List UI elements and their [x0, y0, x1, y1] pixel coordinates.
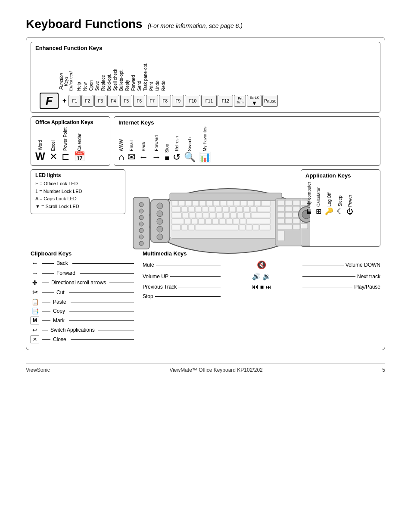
internet-icon-favorites: 📊 — [199, 152, 211, 162]
label-replace: Replace — [101, 53, 106, 91]
page-title: Keyboard Functions — [26, 17, 143, 31]
clipboard-item-directional: ✤ Directional scroll arrows — [31, 279, 134, 286]
mm-voldown-row: Volume DOWN — [302, 262, 380, 268]
svg-rect-52 — [247, 219, 270, 224]
led-keyboard-row: LED lights F = Office Lock LED 1 = Numbe… — [31, 169, 380, 247]
svg-rect-14 — [248, 201, 254, 206]
clipboard-label-close: Close — [53, 336, 66, 342]
clipboard-label-copy: Copy — [53, 308, 65, 314]
svg-rect-64 — [293, 200, 300, 205]
label-redo: Redo — [161, 53, 166, 91]
office-item-powerpoint: Power Point ⊏ — [62, 128, 69, 162]
internet-item-favorites: My Favorites 📊 — [199, 127, 211, 162]
app-item-logoff: Log Off 🔑 — [325, 193, 333, 215]
office-application-keys-box: Office Application Keys Word W Excel ✕ P… — [31, 116, 110, 166]
label-new: New — [83, 53, 87, 91]
clipboard-item-paste: 📋 Paste — [31, 299, 134, 305]
internet-label-search: Search — [187, 137, 192, 151]
clipboard-label-forward: Forward — [56, 270, 75, 276]
svg-rect-38 — [230, 213, 237, 218]
title-row: Keyboard Functions (For more information… — [26, 17, 385, 31]
label-bullets-opt: Bullets-opt. — [119, 53, 124, 91]
svg-rect-39 — [237, 213, 243, 218]
mm-mute-row: Mute — [143, 262, 221, 268]
svg-rect-57 — [239, 225, 245, 230]
internet-icon-email: ✉ — [128, 152, 135, 162]
svg-rect-63 — [285, 200, 292, 205]
mm-label-playpause: Play/Pause — [354, 284, 380, 290]
internet-label-favorites: My Favorites — [202, 127, 207, 151]
label-forward: Forward — [131, 53, 136, 91]
svg-rect-32 — [189, 213, 195, 218]
office-icon-excel: ✕ — [50, 152, 57, 162]
label-open: Open — [89, 53, 93, 91]
svg-rect-70 — [277, 212, 284, 218]
mm-nexttrack-row: Next track — [302, 274, 380, 280]
internet-icon-stop: ■ — [165, 154, 169, 162]
internet-label-back: Back — [141, 142, 146, 151]
internet-icon-refresh: ↺ — [173, 152, 181, 162]
svg-rect-35 — [210, 213, 216, 218]
svg-rect-27 — [243, 207, 249, 212]
svg-point-90 — [139, 202, 143, 207]
label-bold-opt: Bold-opt. — [107, 53, 112, 91]
mute-icon: 🔇 — [257, 261, 266, 269]
svg-rect-40 — [244, 213, 250, 218]
app-icon-logoff: 🔑 — [325, 208, 333, 215]
internet-item-forward: Forward → — [152, 135, 161, 162]
svg-rect-53 — [172, 225, 181, 230]
clipboard-icon-forward: → — [31, 269, 39, 277]
label-print: Print — [149, 53, 154, 91]
clipboard-item-cut: ✂ Cut — [31, 288, 134, 296]
svg-rect-15 — [255, 201, 261, 206]
svg-rect-67 — [285, 206, 292, 212]
svg-rect-71 — [285, 212, 292, 218]
clipboard-icon-mark: M — [31, 317, 39, 324]
clipboard-icon-back: ← — [31, 259, 39, 267]
led-item-3: A = Caps Lock LED — [35, 195, 121, 203]
svg-rect-45 — [199, 219, 205, 224]
svg-rect-19 — [188, 207, 194, 212]
app-label-power: Power — [348, 195, 352, 207]
led-lights-box: LED lights F = Office Lock LED 1 = Numbe… — [31, 169, 125, 214]
svg-rect-37 — [224, 213, 230, 218]
page-container: Keyboard Functions (For more information… — [0, 0, 411, 532]
app-item-sleep: Sleep ☾ — [337, 196, 343, 215]
app-label-sleep: Sleep — [338, 196, 342, 207]
svg-rect-13 — [241, 201, 247, 206]
internet-title: Internet Keys — [118, 119, 376, 126]
svg-rect-41 — [251, 213, 270, 218]
diagram-area: Enhanced Function Keys FunctionKeysEnhan… — [26, 37, 385, 350]
led-item-4: ▼ = Scroll Lock LED — [35, 203, 121, 211]
svg-rect-33 — [196, 213, 202, 218]
footer-brand: ViewSonic — [26, 367, 50, 373]
app-icon-row: My computer 🖥 Calculator ⊞ Log Off 🔑 Sle… — [305, 180, 376, 215]
volume-up-icon: 🔊 — [252, 273, 261, 280]
clipboard-icon-switch: ↩ — [31, 327, 39, 333]
svg-rect-47 — [212, 219, 218, 224]
app-label-calculator: Calculator — [316, 187, 321, 207]
multimedia-grid: Mute 🔇 Volume DOWN Volume UP — [143, 260, 380, 299]
svg-rect-46 — [206, 219, 212, 224]
clipboard-label-back: Back — [56, 260, 68, 266]
internet-item-stop: Stop ■ — [165, 144, 169, 162]
middle-row: Office Application Keys Word W Excel ✕ P… — [31, 116, 380, 166]
clipboard-item-back: ← Back — [31, 259, 134, 267]
mm-stop-row: Stop — [143, 293, 221, 299]
clipboard-label-paste: Paste — [53, 299, 66, 305]
office-icon-powerpoint: ⊏ — [62, 152, 69, 162]
app-icon-sleep: ☾ — [337, 208, 343, 215]
svg-rect-3 — [172, 201, 178, 206]
fn-key-f9: F9 — [172, 95, 184, 107]
app-item-calculator: Calculator ⊞ — [316, 187, 321, 215]
plus-sign: + — [62, 97, 66, 105]
multimedia-keys-section: Multimedia Keys Mute 🔇 Volume DOWN — [138, 250, 380, 345]
volume-down-icon: 🔉 — [262, 273, 271, 280]
fn-key-f6: F6 — [133, 95, 145, 107]
svg-rect-73 — [277, 218, 284, 224]
mm-label-voldown: Volume DOWN — [346, 262, 380, 268]
office-label-calendar: Calendar — [77, 134, 82, 151]
clipboard-label-cut: Cut — [56, 289, 65, 296]
office-label-excel: Excel — [51, 140, 56, 151]
fn-key-f12: F12 — [218, 95, 233, 107]
